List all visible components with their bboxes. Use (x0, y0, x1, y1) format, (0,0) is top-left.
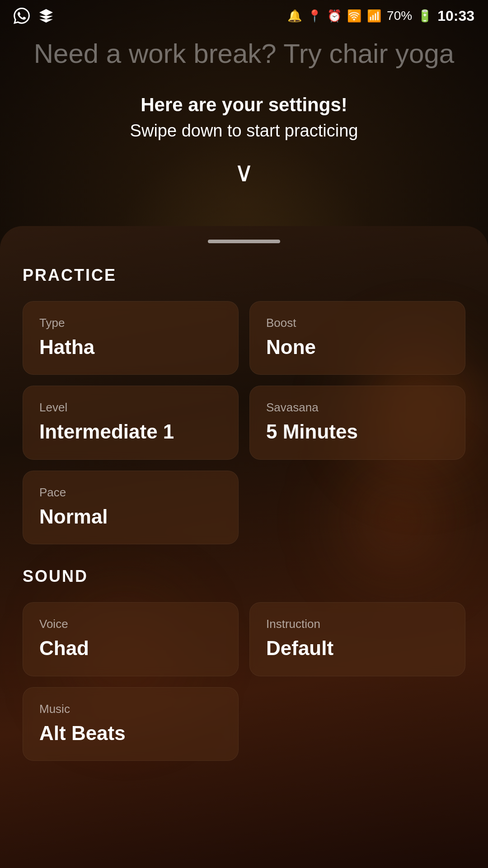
instruction-card[interactable]: Instruction Default (249, 602, 465, 676)
pace-label: Pace (39, 486, 222, 500)
music-card[interactable]: Music Alt Beats (23, 687, 239, 761)
voice-card[interactable]: Voice Chad (23, 602, 239, 676)
savasana-value: 5 Minutes (266, 421, 449, 443)
practice-top-row: Type Hatha Boost None (23, 301, 465, 375)
chevron-down-icon: ∨ (27, 159, 461, 186)
type-card[interactable]: Type Hatha (23, 301, 239, 375)
pace-card[interactable]: Pace Normal (23, 471, 239, 544)
status-left-icons (14, 8, 54, 24)
voice-label: Voice (39, 617, 222, 631)
battery-icon: 🔋 (418, 9, 432, 23)
sound-section-label: SOUND (23, 567, 465, 586)
boost-card[interactable]: Boost None (249, 301, 465, 375)
savasana-card[interactable]: Savasana 5 Minutes (249, 386, 465, 459)
promo-text: Need a work break? Try chair yoga (27, 36, 461, 71)
status-bar: 🔔 📍 ⏰ 🛜 📶 70% 🔋 10:33 (0, 0, 488, 32)
level-card[interactable]: Level Intermediate 1 (23, 386, 239, 459)
boost-label: Boost (266, 316, 449, 330)
whatsapp-icon (14, 8, 30, 24)
level-label: Level (39, 401, 222, 415)
bottom-sheet: PRACTICE Type Hatha Boost None Level Int… (0, 226, 488, 868)
boost-value: None (266, 336, 449, 358)
pace-value: Normal (39, 506, 222, 528)
wifi-icon: 🛜 (347, 9, 361, 23)
music-label: Music (39, 702, 222, 716)
alarm-icon: ⏰ (327, 9, 342, 23)
music-row: Music Alt Beats (23, 687, 465, 761)
settings-title: Here are your settings! (27, 94, 461, 116)
type-label: Type (39, 316, 222, 330)
practice-middle-row: Level Intermediate 1 Savasana 5 Minutes (23, 386, 465, 459)
pace-row: Pace Normal (23, 471, 465, 544)
level-value: Intermediate 1 (39, 421, 222, 443)
practice-section-label: PRACTICE (23, 266, 465, 285)
layers-icon (38, 8, 54, 24)
instruction-label: Instruction (266, 617, 449, 631)
swipe-instruction: Swipe down to start practicing (27, 121, 461, 141)
status-time: 10:33 (437, 8, 474, 24)
voice-value: Chad (39, 637, 222, 659)
notification-icon: 🔔 (287, 9, 302, 23)
top-content: Need a work break? Try chair yoga Here a… (0, 36, 488, 186)
savasana-label: Savasana (266, 401, 449, 415)
status-right-info: 🔔 📍 ⏰ 🛜 📶 70% 🔋 10:33 (287, 8, 474, 24)
drag-handle[interactable] (208, 240, 280, 243)
instruction-value: Default (266, 637, 449, 659)
signal-icon: 📶 (367, 9, 381, 23)
battery-percentage: 70% (387, 9, 412, 23)
music-value: Alt Beats (39, 722, 222, 744)
type-value: Hatha (39, 336, 222, 358)
sound-top-row: Voice Chad Instruction Default (23, 602, 465, 676)
location-icon: 📍 (307, 9, 322, 23)
